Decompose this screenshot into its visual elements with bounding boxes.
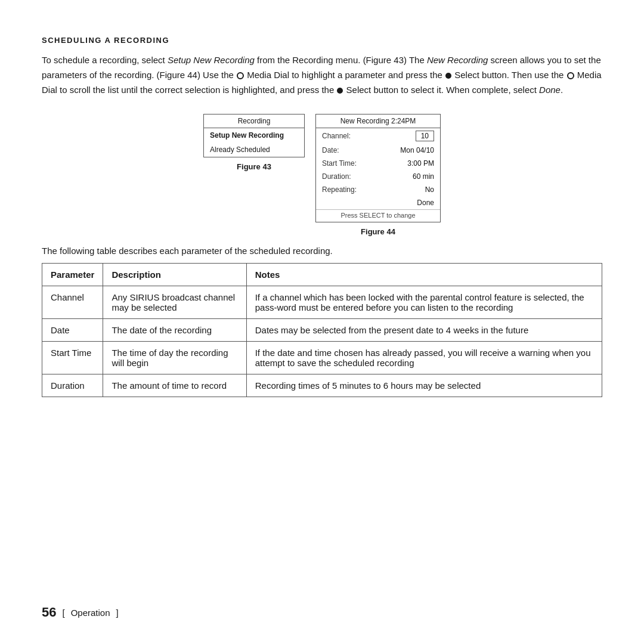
figure-44-value-duration: 60 min (413, 172, 434, 181)
figure-44-row-4: Repeating: No (316, 183, 440, 196)
figure-43-item-1: Setup New Recording (204, 128, 304, 143)
table-row: ChannelAny SIRIUS broadcast channel may … (42, 286, 602, 319)
parameter-table: Parameter Description Notes ChannelAny S… (42, 263, 602, 397)
figure-44-row-2: Start Time: 3:00 PM (316, 157, 440, 170)
table-cell-notes-0: If a channel which has been locked with … (246, 286, 602, 319)
table-cell-description-1: The date of the recording (103, 319, 246, 342)
intro-paragraph: To schedule a recording, select Setup Ne… (42, 53, 602, 97)
figure-43-wrap: Recording Setup New Recording Already Sc… (203, 114, 305, 236)
section-title: SCHEDULING A RECORDING (42, 36, 602, 45)
table-cell-parameter-3: Duration (42, 374, 103, 397)
figure-44-label-channel: Channel: (322, 132, 351, 140)
figure-44-label: Figure 44 (361, 227, 395, 236)
table-header-row: Parameter Description Notes (42, 264, 602, 286)
table-cell-parameter-1: Date (42, 319, 103, 342)
figure-44-label-duration: Duration: (322, 172, 351, 181)
select-bullet-1 (445, 73, 451, 79)
page-footer: 56 [ Operation ] (42, 605, 119, 620)
bracket-open: [ (62, 608, 64, 618)
figure-44-label-starttime: Start Time: (322, 159, 357, 168)
table-row: DurationThe amount of time to recordReco… (42, 374, 602, 397)
table-cell-parameter-0: Channel (42, 286, 103, 319)
table-cell-notes-1: Dates may be selected from the present d… (246, 319, 602, 342)
figure-44-footer: Press SELECT to change (316, 209, 440, 222)
figure-43-box: Recording Setup New Recording Already Sc… (203, 114, 305, 157)
figure-43-label: Figure 43 (237, 162, 271, 171)
figure-44-value-repeating: No (425, 185, 434, 194)
figure-44-value-channel: 10 (416, 131, 434, 141)
table-row: DateThe date of the recordingDates may b… (42, 319, 602, 342)
col-header-description: Description (103, 264, 246, 286)
figure-44-row-3: Duration: 60 min (316, 170, 440, 183)
figure-44-label-date: Date: (322, 146, 339, 154)
figure-44-done: Done (316, 196, 440, 209)
figure-44-title: New Recording 2:24PM (316, 114, 440, 128)
figure-44-row-1: Date: Mon 04/10 (316, 144, 440, 157)
col-header-notes: Notes (246, 264, 602, 286)
figure-44-box: New Recording 2:24PM Channel: 10 Date: M… (315, 114, 441, 222)
bracket-close: ] (116, 608, 119, 618)
figure-44-value-date: Mon 04/10 (400, 146, 434, 154)
table-cell-notes-3: Recording times of 5 minutes to 6 hours … (246, 374, 602, 397)
table-cell-description-2: The time of day the recording will begin (103, 342, 246, 374)
table-intro: The following table describes each param… (42, 246, 602, 256)
page-content: SCHEDULING A RECORDING To schedule a rec… (0, 0, 644, 421)
page-number: 56 (42, 605, 56, 620)
col-header-parameter: Parameter (42, 264, 103, 286)
section-footer-label: Operation (71, 608, 110, 618)
table-cell-description-0: Any SIRIUS broadcast channel may be sele… (103, 286, 246, 319)
table-row: Start TimeThe time of day the recording … (42, 342, 602, 374)
table-cell-parameter-2: Start Time (42, 342, 103, 374)
figure-44-value-starttime: 3:00 PM (407, 159, 434, 168)
figure-43-title: Recording (204, 114, 304, 128)
table-cell-notes-2: If the date and time chosen has already … (246, 342, 602, 374)
select-bullet-2 (337, 88, 343, 94)
figures-row: Recording Setup New Recording Already Sc… (42, 114, 602, 236)
media-dial-icon-2 (567, 72, 574, 79)
figure-44-row-0: Channel: 10 (316, 128, 440, 144)
figure-43-item-2: Already Scheduled (204, 143, 304, 157)
table-cell-description-3: The amount of time to record (103, 374, 246, 397)
media-dial-icon-1 (237, 72, 244, 79)
figure-44-label-repeating: Repeating: (322, 185, 357, 194)
figure-44-wrap: New Recording 2:24PM Channel: 10 Date: M… (315, 114, 441, 236)
